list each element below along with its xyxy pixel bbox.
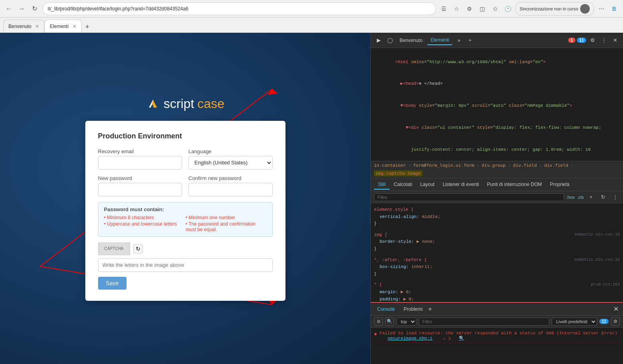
console-content[interactable]: ● Failed to load resource: the server re… (371, 328, 623, 364)
bc-captcha-image[interactable]: img.captcha-image (374, 170, 422, 176)
history-button[interactable]: 🕐 (502, 3, 514, 14)
save-button[interactable]: Save (98, 277, 127, 290)
css-close-2: } (374, 246, 620, 253)
back-button[interactable]: ← (3, 3, 14, 14)
bc-group[interactable]: div.group (482, 163, 506, 168)
req-item-2: • Uppercase and lowercase letters (104, 221, 185, 232)
new-tab-button[interactable]: + (82, 21, 93, 32)
browser-actions: ☰ ☆ ⚙ ◫ ✩ 🕐 Sincronizzazione non in cors… (438, 2, 620, 16)
refresh-style-button[interactable]: ↻ (598, 192, 608, 202)
console-gear-button[interactable]: ⚙ (611, 317, 620, 326)
console-level-select[interactable]: Livelli predefiniti (552, 318, 597, 326)
add-style-button[interactable]: + (586, 192, 596, 202)
styles-tabs: Stili Calcolati Layout Listener di event… (371, 178, 623, 191)
styles-content[interactable]: element.style { vertical-align: middle; … (371, 203, 623, 302)
sync-button[interactable]: Sincronizzazione non in corso (515, 2, 594, 16)
dom-panel[interactable]: <html xmlns="http://www.w3.org/1999/xhtm… (371, 48, 623, 161)
captcha-refresh-button[interactable]: ↻ (133, 244, 143, 254)
more-tabs-button[interactable]: » (454, 36, 464, 45)
tab-benvenuto[interactable]: Benvenuto ✕ (3, 20, 44, 32)
styles-filter-bar: :hov .cls + ↻ ⋮ (371, 191, 623, 203)
split-view-button[interactable]: ◫ (477, 3, 488, 14)
more-button[interactable]: ⋯ (596, 3, 607, 14)
dom-line: <html xmlns="http://www.w3.org/1999/xhtm… (374, 51, 620, 73)
language-select[interactable]: English (United States) (189, 156, 273, 170)
dt-tab-elementi[interactable]: Elementi (427, 36, 452, 45)
inspect-button[interactable]: ▶ (374, 36, 384, 45)
styles-tab-dom-breakpoints[interactable]: Punti di interruzione DOM (483, 180, 546, 190)
password-requirements: Password must contain: • Minimum 8 chara… (98, 202, 273, 237)
css-prop-border-style[interactable]: border-style: ▶ none; (374, 238, 620, 246)
console-error-text: Failed to load resource: the server resp… (380, 331, 620, 341)
styles-tab-stili[interactable]: Stili (374, 180, 390, 190)
favorites-button[interactable]: ✩ (490, 3, 501, 14)
captcha-image-row: CAPTCHA ↻ (98, 242, 273, 255)
confirm-password-input[interactable] (189, 183, 273, 196)
add-tab-button[interactable]: + (465, 36, 475, 45)
req-item-3: • Minimum one number (186, 215, 267, 220)
console-tab-console[interactable]: Console (374, 305, 398, 314)
address-bar[interactable]: it/_lib/prod/lib/php/devel/iface/login.p… (42, 2, 436, 15)
styles-tab-proprieta[interactable]: Proprietà (546, 180, 574, 190)
console-filter-input[interactable] (419, 318, 549, 326)
devtools-toolbar: ▶ ◯ Benvenuto Elementi » + 1 11 ⚙ ⋮ ✕ (371, 33, 623, 48)
css-source-1[interactable]: semantic.min.css:19 (574, 232, 620, 238)
close-devtools-button[interactable]: ✕ (610, 36, 620, 45)
console-context-select[interactable]: top (396, 318, 416, 326)
more-style-button[interactable]: ⋮ (610, 192, 620, 202)
css-rule-star: prod.css:163 * { margin: ▶ 0; padding: ▶… (374, 282, 620, 302)
url-text: it/_lib/prod/lib/php/devel/iface/login.p… (48, 6, 188, 12)
tab-elementi[interactable]: Elementi ✕ (44, 20, 82, 32)
language-label: Language (189, 148, 273, 154)
console-add-button[interactable]: + (428, 306, 432, 313)
css-selector-element: element.style { (374, 206, 620, 214)
reader-mode-button[interactable]: ☰ (438, 3, 450, 14)
css-prop-box-sizing[interactable]: box-sizing: inherit; (374, 264, 620, 271)
css-prop-vertical-align[interactable]: vertical-align: middle; (374, 214, 620, 221)
device-button[interactable]: ◯ (385, 36, 395, 45)
bc-form[interactable]: form#form_login.ui.form (413, 163, 474, 168)
forward-button[interactable]: → (16, 3, 27, 14)
browser-chrome: ← → ↻ it/_lib/prod/lib/php/devel/iface/l… (0, 0, 623, 18)
tab-benvenuto-label: Benvenuto (8, 24, 31, 29)
console-tab-problemi[interactable]: Problemi (400, 305, 426, 314)
bookmark-button[interactable]: ☆ (451, 3, 462, 14)
captcha-input[interactable] (98, 258, 273, 272)
extensions-button[interactable]: ⚙ (464, 3, 475, 14)
pseudo-filter[interactable]: :hov (567, 195, 575, 200)
console-filter-button[interactable]: 🔍 (385, 317, 394, 326)
dt-tab-benvenuto[interactable]: Benvenuto (396, 36, 426, 45)
console-close-button[interactable]: ✕ (612, 305, 620, 313)
req-grid: • Minimum 8 characters • Minimum one num… (104, 215, 267, 232)
styles-filter-input[interactable] (374, 193, 564, 201)
styles-tab-layout[interactable]: Layout (416, 180, 438, 190)
breadcrumb-bar: in-container › form#form_login.ui.form ›… (371, 161, 623, 178)
css-prop-margin[interactable]: margin: ▶ 0; (374, 289, 620, 296)
cls-filter[interactable]: .cls (577, 195, 584, 200)
console-clear-button[interactable]: ⊘ (374, 317, 383, 326)
console-error-link[interactable]: secureimage.php:1 (388, 336, 432, 341)
bc-field2[interactable]: div.field (545, 163, 569, 168)
console-filter-bar: ⊘ 🔍 top Livelli predefiniti 11 ⚙ (371, 316, 623, 328)
styles-tab-calcolati[interactable]: Calcolati (390, 180, 416, 190)
css-source-3[interactable]: prod.css:163 (591, 282, 620, 288)
settings-button[interactable]: ⚙ (588, 36, 597, 45)
styles-tab-listener[interactable]: Listener di eventi (438, 180, 483, 190)
dom-line: ▼<div class="ui container" style="displa… (374, 117, 620, 139)
sync-label: Sincronizzazione non in corso (520, 6, 578, 11)
css-prop-padding[interactable]: padding: ▶ 0; (374, 296, 620, 302)
tab-benvenuto-close[interactable]: ✕ (35, 24, 39, 29)
more-options-button[interactable]: ⋮ (599, 36, 609, 45)
bing-button[interactable]: B (609, 3, 620, 14)
bc-in-container[interactable]: in-container (374, 163, 406, 168)
svg-marker-1 (152, 100, 157, 108)
css-source-2[interactable]: semantic.min.css:19 (574, 257, 620, 263)
confirm-password-group: Confirm new password (189, 175, 273, 196)
tab-elementi-close[interactable]: ✕ (72, 24, 76, 29)
bc-field1[interactable]: div.field (513, 163, 537, 168)
confirm-password-label: Confirm new password (189, 175, 273, 181)
reload-button[interactable]: ↻ (29, 3, 40, 14)
console-error-search[interactable]: 🔍 (459, 336, 464, 341)
new-password-input[interactable] (98, 183, 182, 196)
recovery-email-input[interactable] (98, 156, 182, 170)
